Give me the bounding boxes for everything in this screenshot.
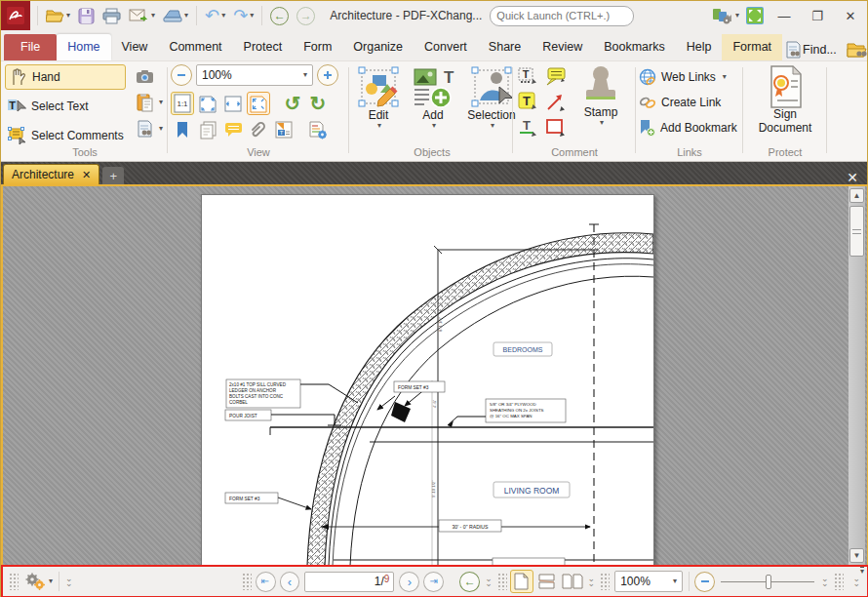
close-button[interactable]: ✕ [834,2,867,29]
save-button[interactable] [75,6,98,26]
tab-bookmarks[interactable]: Bookmarks [593,34,676,60]
tab-view[interactable]: View [111,34,159,60]
add-bookmark-button[interactable]: Add Bookmark [639,115,737,140]
statusbar-zoom-out-button[interactable] [694,572,715,592]
zoom-slider[interactable] [721,581,814,582]
fields-pane-button[interactable]: T [272,118,296,141]
fit-width-button[interactable] [221,92,245,115]
bookmarks-pane-button[interactable] [171,118,194,141]
scroll-down-button[interactable]: ▼ [849,548,864,563]
zoom-in-button[interactable] [317,64,338,86]
vertical-scrollbar[interactable]: ▲ ▼ [848,186,865,565]
statusbar-corner-dropdown[interactable]: ▾ [860,567,864,576]
web-links-button[interactable]: Web Links ▾ [639,64,737,90]
quick-launch-input[interactable] [496,10,635,21]
page-number-box[interactable]: 1/9 [304,572,394,592]
ui-options-button[interactable]: ▾ [709,5,742,27]
scroll-up-button[interactable]: ▲ [849,188,864,203]
actual-size-button[interactable]: 1:1 [171,92,194,115]
fit-page-button[interactable] [196,92,219,115]
new-tab-button[interactable]: + [102,167,124,184]
maximize-button[interactable]: ❐ [801,2,834,29]
snapshot-button[interactable] [134,64,157,88]
tab-format[interactable]: Format [722,34,782,60]
app-menu-button[interactable] [1,1,30,30]
create-link-button[interactable]: Create Link [639,90,737,115]
zoom-slider-thumb[interactable] [766,575,771,589]
rotate-ccw-button[interactable]: ↺ [281,92,304,115]
sign-document-button[interactable]: Sign Document [746,65,824,136]
open-folder-icon [46,8,64,23]
attachments-pane-button[interactable] [247,118,270,141]
rectangle-annotation-button[interactable] [543,115,567,139]
expand-toolbar-button[interactable]: ⌄⌄ [65,577,73,586]
hand-tool-button[interactable]: Hand [5,64,126,90]
tab-organize[interactable]: Organize [342,34,414,60]
rotate-cw-button[interactable]: ↻ [306,92,330,115]
toolbar-grip [834,573,844,590]
tab-share[interactable]: Share [478,34,532,60]
underline-text-button[interactable]: T [516,115,539,139]
document-tab-architecture[interactable]: Architecture ✕ [3,164,99,184]
two-page-layout-button[interactable] [561,570,584,593]
open-button[interactable]: ▾ [43,6,73,25]
statusbar-zoom-combo[interactable]: 100% ▾ [614,571,683,592]
find-in-document-icon [785,41,803,59]
zoom-level-combo[interactable]: 100% ▾ [196,64,313,86]
document-viewport[interactable]: BEDROOMS LIVING ROOM 2x10 #1 TOP SILL CU… [1,184,868,565]
scrollbar-thumb[interactable] [849,206,864,257]
find-document-button[interactable]: Find... [782,39,840,60]
add-objects-button[interactable]: T Add ▾ [407,65,459,130]
tab-review[interactable]: Review [532,34,593,60]
tab-convert[interactable]: Convert [414,34,478,60]
callout-button[interactable] [543,64,567,88]
fit-visible-button[interactable] [247,92,270,115]
next-page-button[interactable]: › [399,572,419,592]
undo-button[interactable]: ↶ ▾ [202,5,228,26]
print-button[interactable] [99,6,124,26]
select-text-button[interactable]: T Select Text [5,94,126,119]
continuous-layout-button[interactable] [535,570,559,593]
history-forward-button[interactable]: → [294,5,318,27]
layout-options-button[interactable]: ⌄⌄ [588,577,596,586]
prev-page-button[interactable]: ‹ [280,572,300,592]
tab-protect[interactable]: Protect [233,34,294,60]
find-button[interactable]: ▾ [134,117,163,140]
quick-launch-box[interactable] [490,6,634,26]
tab-close-icon[interactable]: ✕ [82,170,91,180]
previous-view-button[interactable]: ← [459,572,480,592]
history-back-button[interactable]: ← [267,5,292,27]
tab-help[interactable]: Help [676,34,723,60]
tab-file[interactable]: File [4,34,57,60]
tab-home[interactable]: Home [57,34,110,60]
close-document-button[interactable]: ✕ [838,171,867,184]
previous-view-icon: ← [464,576,476,587]
find-in-files-button[interactable] [844,39,868,60]
fullscreen-button[interactable] [742,4,768,27]
first-page-button[interactable]: ⇤ [256,572,276,592]
email-button[interactable]: ▾ [126,7,158,25]
tab-form[interactable]: Form [293,34,342,60]
zoom-out-button[interactable] [171,64,192,86]
stamp-button[interactable]: Stamp ▾ [572,64,629,127]
tab-comment[interactable]: Comment [158,34,232,60]
last-page-button[interactable]: ⇥ [423,572,444,592]
content-pane-button[interactable] [306,118,330,141]
redo-button[interactable]: ↷ ▾ [230,5,256,26]
zoom-options-button[interactable]: ⌄⌄ [821,577,829,586]
scanner-button[interactable]: ▾ [160,7,191,24]
typewriter-button[interactable]: T [516,64,539,88]
view-history-expand-button[interactable]: ⌄⌄ [485,577,493,586]
svg-text:BOLTS CAST INTO CONC: BOLTS CAST INTO CONC [229,394,284,399]
comments-pane-button[interactable] [221,118,245,141]
select-comments-button[interactable]: Select Comments [5,123,126,148]
single-page-layout-button[interactable] [510,570,533,593]
highlight-text-button[interactable]: T [516,90,539,113]
minimize-button[interactable]: — [768,2,801,29]
paste-button[interactable]: ▾ [134,91,163,114]
arrow-annotation-button[interactable] [543,90,567,113]
statusbar-more-button[interactable]: ⌄⌄ [853,577,861,586]
statusbar-options-button[interactable]: ▾ [20,570,56,593]
edit-objects-button[interactable]: Edit ▾ [352,65,405,130]
thumbnails-pane-button[interactable] [196,118,219,141]
